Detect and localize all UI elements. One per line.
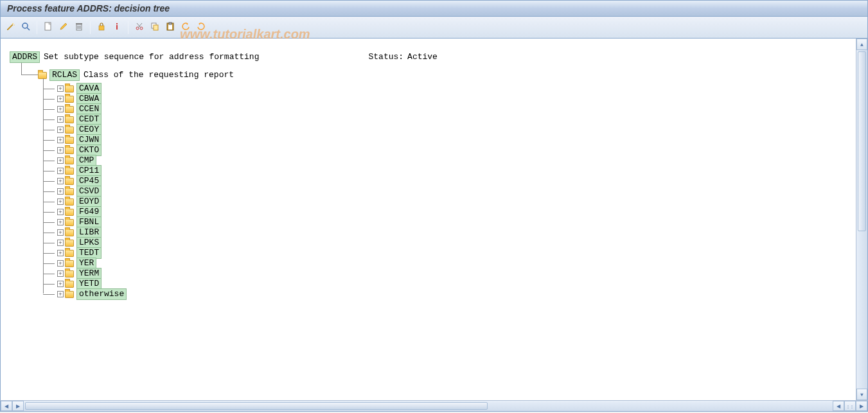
tree-node-rclas[interactable]: RCLAS Class of the requesting report: [38, 69, 234, 81]
expand-icon[interactable]: +: [57, 209, 64, 215]
tree-leaf[interactable]: +LIBR: [49, 227, 858, 238]
scroll-left-button-2[interactable]: ◀: [833, 401, 844, 411]
folder-icon: [65, 250, 74, 257]
scroll-right-button-2[interactable]: ▶: [856, 401, 867, 411]
expand-icon[interactable]: +: [57, 85, 64, 92]
svg-rect-11: [116, 23, 118, 24]
tree-leaf[interactable]: +YERM: [49, 268, 858, 279]
separator: [37, 21, 37, 34]
undo-button[interactable]: [179, 21, 193, 35]
svg-rect-10: [99, 26, 104, 30]
expand-icon[interactable]: +: [57, 229, 64, 236]
tree-leaf[interactable]: +CKTO: [49, 145, 858, 155]
tree-leaf[interactable]: +otherwise: [49, 289, 858, 299]
create-button[interactable]: [41, 21, 55, 35]
svg-point-2: [22, 23, 28, 28]
lock-button[interactable]: [94, 21, 109, 35]
scroll-right-button[interactable]: ▶: [12, 401, 24, 411]
scroll-track[interactable]: [856, 50, 867, 389]
tree-leaf[interactable]: +CCEN: [49, 104, 858, 114]
tree-leaf[interactable]: +CSVD: [49, 186, 858, 197]
scroll-left-button[interactable]: ◀: [1, 401, 12, 411]
svg-point-0: [12, 23, 13, 24]
scroll-track-h[interactable]: [24, 401, 833, 411]
folder-icon: [65, 281, 74, 288]
tree-leaf[interactable]: +LPKS: [49, 238, 858, 248]
svg-rect-6: [76, 23, 82, 24]
info-icon: [112, 22, 121, 33]
expand-icon[interactable]: +: [57, 250, 64, 256]
generate-button[interactable]: [3, 21, 17, 35]
scissors-icon: [135, 22, 144, 33]
page-title: Process feature ADDRS: decision tree: [7, 3, 170, 13]
scroll-up-button[interactable]: ▲: [856, 39, 867, 50]
expand-icon[interactable]: +: [57, 178, 64, 184]
expand-icon[interactable]: +: [57, 106, 64, 112]
tree-leaf[interactable]: +F649: [49, 207, 858, 217]
info-button[interactable]: [110, 21, 124, 35]
scroll-down-button[interactable]: ▼: [856, 389, 867, 400]
expand-icon[interactable]: +: [57, 127, 64, 133]
delete-button[interactable]: [72, 21, 86, 35]
vertical-scrollbar[interactable]: ▲ ▼: [856, 39, 867, 400]
tree-leaf[interactable]: +YER: [49, 258, 858, 268]
tree-root: ADDRS Set subtype sequence for address f…: [10, 51, 858, 63]
expand-icon[interactable]: +: [57, 270, 64, 277]
tree-leaf[interactable]: +TEDT: [49, 248, 858, 258]
rclas-desc: Class of the requesting report: [84, 70, 234, 80]
expand-icon[interactable]: +: [57, 168, 64, 174]
expand-icon[interactable]: +: [57, 157, 64, 164]
expand-icon[interactable]: +: [57, 240, 64, 246]
tree-leaf[interactable]: +CEOY: [49, 125, 858, 135]
cut-button[interactable]: [132, 21, 146, 35]
folder-icon: [65, 178, 74, 185]
paste-button[interactable]: [163, 21, 177, 35]
tree-leaf[interactable]: +CBWA: [49, 94, 858, 104]
redo-button[interactable]: [194, 21, 208, 35]
expand-icon[interactable]: +: [57, 96, 64, 102]
expand-icon[interactable]: +: [57, 260, 64, 267]
folder-icon: [65, 260, 74, 267]
folder-icon: [65, 188, 74, 195]
status-label: Status:: [368, 52, 403, 62]
tree-leaf[interactable]: +CP11: [49, 166, 858, 176]
tree-leaf[interactable]: +YETD: [49, 279, 858, 289]
toolbar: [0, 17, 868, 39]
expand-icon[interactable]: +: [57, 291, 64, 297]
lock-icon: [97, 22, 106, 33]
folder-icon: [65, 116, 74, 123]
tree-branch: RCLAS Class of the requesting report: [10, 69, 858, 81]
scroll-thumb[interactable]: [858, 51, 866, 231]
expand-icon[interactable]: +: [57, 281, 64, 287]
tree-leaf[interactable]: +CAVA: [49, 83, 858, 94]
scroll-thumb-h[interactable]: [25, 402, 488, 410]
tree-leaf[interactable]: +CMP: [49, 155, 858, 166]
folder-icon: [65, 229, 74, 236]
paste-icon: [166, 22, 175, 33]
find-button[interactable]: [19, 21, 33, 35]
tree-leaf[interactable]: +FBNL: [49, 217, 858, 227]
edit-button[interactable]: [57, 21, 71, 35]
root-code[interactable]: ADDRS: [10, 51, 40, 63]
svg-rect-12: [116, 25, 118, 30]
rclas-code: RCLAS: [49, 69, 80, 81]
separator: [90, 21, 91, 34]
expand-icon[interactable]: +: [57, 137, 64, 143]
tree-leaf[interactable]: +CP45: [49, 176, 858, 186]
folder-icon: [65, 96, 74, 103]
tree-leaf[interactable]: +CJWN: [49, 135, 858, 145]
expand-icon[interactable]: +: [57, 188, 64, 195]
tree-leaf-content: +otherwise: [57, 288, 127, 300]
folder-icon: [65, 209, 74, 216]
expand-icon[interactable]: +: [57, 116, 64, 123]
folder-icon: [65, 291, 74, 298]
search-icon: [21, 22, 30, 33]
expand-icon[interactable]: +: [57, 198, 64, 205]
tree-leaf[interactable]: +EOYD: [49, 197, 858, 207]
expand-icon[interactable]: +: [57, 147, 64, 154]
tree-leaf[interactable]: +CEDT: [49, 114, 858, 125]
redo-icon: [197, 22, 206, 33]
copy-button[interactable]: [148, 21, 162, 35]
horizontal-scrollbar[interactable]: ◀ ▶ ◀ ⋮⋮ ▶: [0, 400, 868, 412]
expand-icon[interactable]: +: [57, 219, 64, 225]
